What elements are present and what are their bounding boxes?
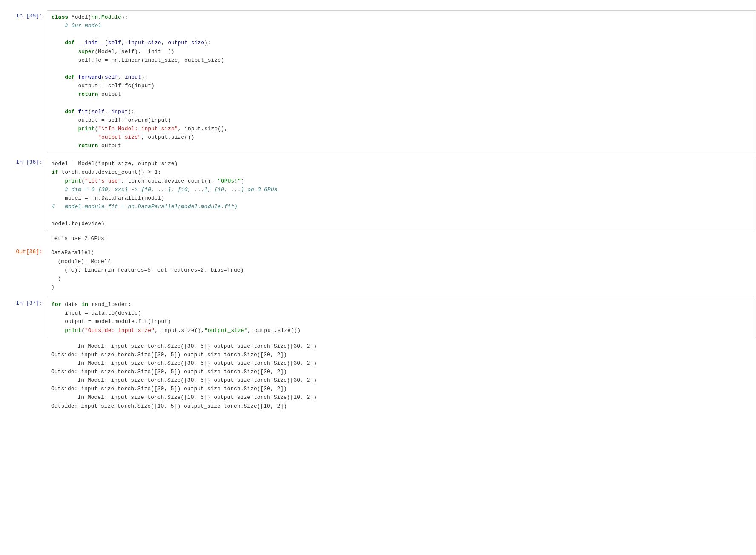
cell-37: In [37]: for data in rand_loader: input … bbox=[0, 296, 756, 340]
output-lines-37: In Model: input size torch.Size([30, 5])… bbox=[51, 342, 752, 411]
code-out36: DataParallel( (module): Model( (fc): Lin… bbox=[51, 249, 752, 292]
cell-out36: Out[36]: DataParallel( (module): Model( … bbox=[0, 244, 756, 296]
code-37: for data in rand_loader: input = data.to… bbox=[52, 300, 751, 335]
cell-content-37[interactable]: for data in rand_loader: input = data.to… bbox=[47, 298, 756, 338]
cell-35: In [35]: class Model(nn.Module): # Our m… bbox=[0, 9, 756, 155]
cell-label-out36: Out[36]: bbox=[0, 246, 47, 294]
cell-36: In [36]: model = Model(input_size, outpu… bbox=[0, 155, 756, 233]
code-36: model = Model(input_size, output_size) i… bbox=[52, 160, 751, 228]
output-text-36a: Let's use 2 GPUs! bbox=[47, 234, 756, 243]
notebook: In [35]: class Model(nn.Module): # Our m… bbox=[0, 9, 756, 413]
cell-label-35: In [35]: bbox=[0, 10, 47, 153]
code-35: class Model(nn.Module): # Our model def … bbox=[52, 13, 751, 150]
cell-content-out36: DataParallel( (module): Model( (fc): Lin… bbox=[47, 246, 756, 294]
cell-content-35[interactable]: class Model(nn.Module): # Our model def … bbox=[47, 10, 756, 153]
cell-label-37: In [37]: bbox=[0, 298, 47, 338]
cell-content-36[interactable]: model = Model(input_size, output_size) i… bbox=[47, 157, 756, 231]
output-text-37: In Model: input size torch.Size([30, 5])… bbox=[47, 340, 756, 412]
cell-label-36: In [36]: bbox=[0, 157, 47, 231]
plain-output-37: In Model: input size torch.Size([30, 5])… bbox=[0, 340, 756, 413]
output-label-empty bbox=[0, 234, 47, 243]
plain-output-36a: Let's use 2 GPUs! bbox=[0, 233, 756, 244]
output-label-37 bbox=[0, 340, 47, 412]
